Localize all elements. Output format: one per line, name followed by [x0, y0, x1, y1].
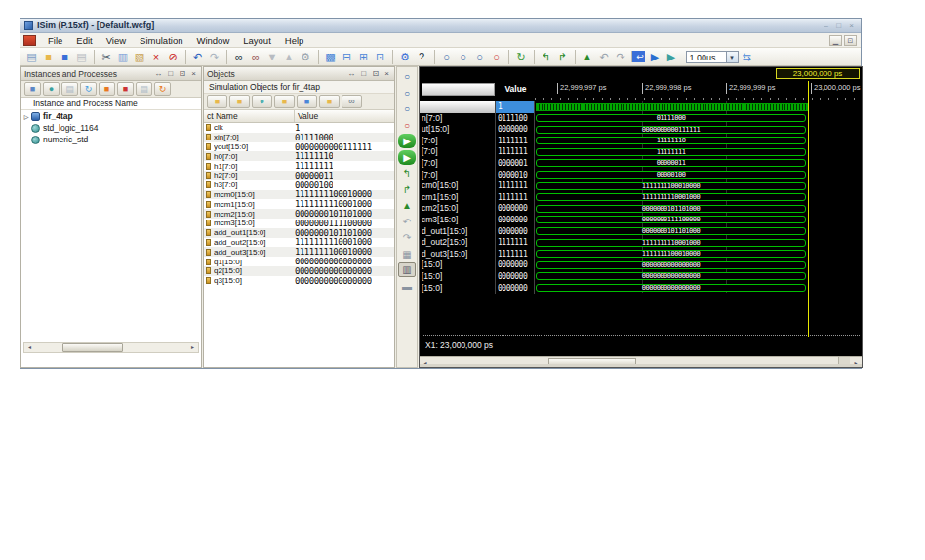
wave-signal-row[interactable]: [7:0] 1111111 11111111	[420, 146, 862, 158]
filter-input-icon[interactable]: ■	[207, 95, 227, 108]
scroll-thumb[interactable]	[62, 343, 123, 352]
wave-signal-row[interactable]: cm0[15:0] 1111111 1111111100010000	[420, 180, 862, 192]
object-row[interactable]: mcm1[15:0] 1111111110001000	[204, 199, 394, 209]
wave-signal-row[interactable]: ut[15:0] 0000000 0000000000111111	[420, 124, 862, 136]
waveform[interactable]: 1111111110001000	[535, 192, 862, 204]
object-row[interactable]: h3[7:0] 00000100	[204, 180, 394, 190]
disable-icon[interactable]: ⊘	[165, 50, 181, 64]
filter-constant-icon[interactable]: ■	[297, 95, 317, 108]
wave-signal-row[interactable]: n[7:0] 0111100 01111000	[420, 113, 862, 125]
window-controls[interactable]: – □ ×	[824, 21, 857, 30]
menu-item[interactable]: View	[100, 34, 133, 47]
goto-down-icon[interactable]: ▼	[264, 50, 280, 64]
keyboard-icon[interactable]: ▬	[398, 279, 416, 294]
find-remove-icon[interactable]: ∞	[248, 50, 263, 64]
wave-signal-name[interactable]: d_out1[15:0]	[420, 226, 496, 238]
print-icon[interactable]: ▤	[74, 50, 90, 64]
wave-signal-name[interactable]: n[7:0]	[420, 113, 496, 125]
find-icon[interactable]: ∞	[226, 50, 247, 64]
wave-signal-name[interactable]: d_out3[15:0]	[420, 249, 496, 260]
waveform[interactable]: 0000000000000000	[535, 260, 862, 271]
save-icon[interactable]: ■	[58, 50, 73, 64]
waveform[interactable]: 11111111	[535, 146, 862, 158]
tree-item[interactable]: std_logic_1164	[21, 122, 201, 134]
timeline-ruler[interactable]	[535, 96, 863, 100]
object-row[interactable]: h0[7:0] 11111110	[204, 151, 394, 161]
copy-icon[interactable]: ▥	[115, 50, 131, 64]
add-marker-icon[interactable]: ▲	[398, 198, 416, 213]
zoom-out-icon[interactable]: ○	[398, 86, 416, 100]
wave-signal-name[interactable]: ut[15:0]	[420, 124, 496, 136]
break-icon[interactable]: ■	[99, 82, 115, 96]
measure-marker-icon[interactable]: ▥	[398, 262, 416, 277]
run-all-icon[interactable]: ▶	[647, 50, 663, 64]
paste-icon[interactable]: ▧	[132, 50, 147, 64]
wave-signal-name[interactable]: d_out2[15:0]	[420, 237, 496, 249]
filter-inout-icon[interactable]: ●	[252, 95, 272, 108]
wave-signal-name[interactable]: [7:0]	[420, 136, 496, 147]
wave-value-column-header[interactable]: Value	[498, 83, 534, 96]
reload-icon[interactable]: ↻	[80, 82, 97, 96]
objects-grid-header[interactable]: ct Name Value	[204, 110, 394, 123]
instances-panel-window-buttons[interactable]: ↔ □ ⊡ ×	[154, 69, 198, 78]
wrench-icon[interactable]: ⚙	[392, 50, 413, 64]
column-object-name[interactable]: ct Name	[204, 110, 295, 122]
zoom-cursor-icon[interactable]: ○	[489, 50, 504, 64]
wave-signal-row[interactable]: cm1[15:0] 1111111 1111111110001000	[420, 192, 862, 204]
menu-item[interactable]: Layout	[236, 34, 278, 47]
tile-vertical-icon[interactable]: ⊞	[356, 50, 372, 64]
package-icon[interactable]: ●	[43, 82, 60, 96]
zoom-full-icon[interactable]: ○	[472, 50, 488, 64]
wave-signal-row[interactable]: d_out1[15:0] 0000000 0000000101101000	[420, 226, 862, 238]
column-value[interactable]: Value	[295, 110, 318, 122]
object-row[interactable]: yout[15:0] 0000000000111111	[204, 142, 394, 152]
zoom-full-icon[interactable]: ○	[398, 101, 416, 116]
wave-signal-row[interactable]: [15:0] 0000000 0000000000000000	[420, 260, 862, 271]
wave-signal-name[interactable]: cm2[15:0]	[420, 203, 496, 215]
wave-signal-name[interactable]: cm3[15:0]	[420, 215, 496, 226]
delete-icon[interactable]: ×	[148, 50, 164, 64]
run-time-dropdown[interactable]: ▼	[727, 51, 739, 63]
waveform[interactable]: 0000000101101000	[535, 226, 862, 238]
next-event-icon[interactable]: ↱	[555, 50, 571, 64]
refresh-icon[interactable]: ↻	[508, 50, 529, 64]
goto-time-end-icon[interactable]: ▶	[398, 150, 416, 165]
menu-item[interactable]: File	[41, 34, 69, 47]
object-row[interactable]: mcm0[15:0] 1111111100010000	[204, 190, 394, 200]
waveform[interactable]: 01111000	[535, 113, 862, 125]
wave-signal-name[interactable]: [7:0]	[420, 170, 496, 181]
scroll-left-arrow[interactable]: ◂	[24, 343, 35, 352]
menu-item[interactable]: Edit	[69, 34, 99, 47]
redo-icon[interactable]: ↷	[398, 230, 416, 245]
tree-item[interactable]: numeric_std	[21, 134, 201, 145]
wave-signal-name[interactable]: [15:0]	[420, 283, 496, 295]
wave-signal-name[interactable]: [7:0]	[420, 158, 496, 170]
layout-icon[interactable]: ⊡	[373, 50, 388, 64]
cascade-windows-icon[interactable]: ▩	[318, 50, 339, 64]
wave-signal-row[interactable]: [15:0] 0000000 0000000000000000	[420, 271, 862, 283]
undo-icon[interactable]: ↶	[185, 50, 206, 64]
run-time-input[interactable]: 1.00us	[686, 51, 727, 63]
object-row[interactable]: add_out3[15:0] 1111111100010000	[204, 247, 394, 257]
wave-signal-row[interactable]: d_out2[15:0] 1111111 1111111110001000	[420, 237, 862, 249]
filter-output-icon[interactable]: ■	[229, 95, 250, 108]
tile-horizontal-icon[interactable]: ⊟	[340, 50, 355, 64]
waveform[interactable]: 0000000101101000	[535, 203, 862, 215]
wave-signal-name[interactable]: [7:0]	[420, 146, 496, 158]
source-icon[interactable]: ▤	[61, 82, 78, 96]
object-row[interactable]: mcm2[15:0] 0000000101101000	[204, 209, 394, 219]
whats-this-icon[interactable]: ?	[414, 50, 429, 64]
tree-item[interactable]: ▷ fir_4tap	[21, 110, 201, 122]
waveform[interactable]: 0000000000111111	[535, 124, 862, 136]
wave-signal-row[interactable]: 1	[420, 101, 862, 113]
prev-transition-icon[interactable]: ↰	[398, 166, 416, 180]
waveform[interactable]: 0000000000000000	[535, 271, 862, 283]
filter-variable-icon[interactable]: ■	[319, 95, 340, 108]
wave-signal-name[interactable]	[420, 101, 496, 113]
objects-panel-window-buttons[interactable]: ↔ □ ⊡ ×	[347, 69, 391, 78]
waveform[interactable]: 1111111110001000	[535, 237, 862, 249]
snap-icon[interactable]: ▦	[398, 247, 416, 261]
instance-icon[interactable]: ■	[24, 82, 41, 96]
waveform[interactable]: 11111110	[535, 136, 862, 147]
tree-expander[interactable]: ▷	[21, 113, 31, 120]
